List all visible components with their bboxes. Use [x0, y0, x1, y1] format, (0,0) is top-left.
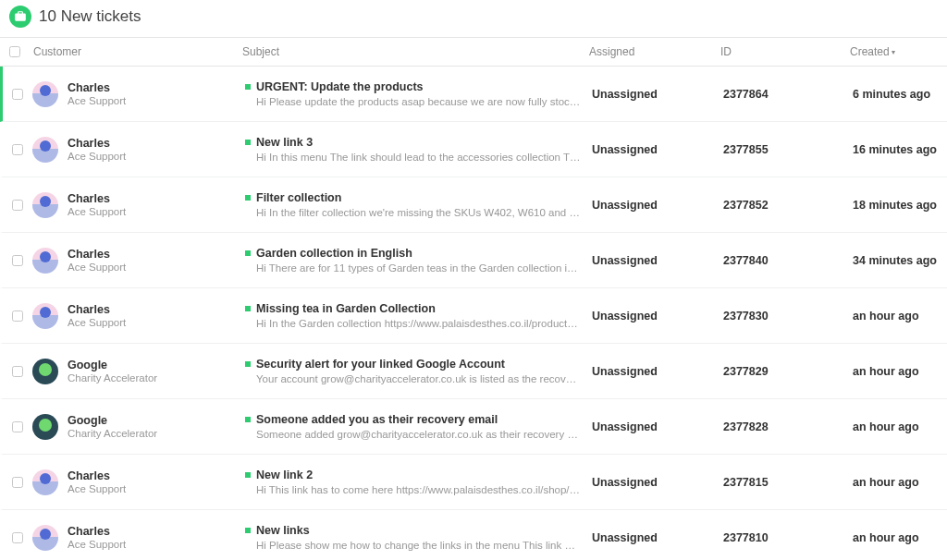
- id-cell: 2377828: [723, 420, 853, 433]
- customer-cell: Google Charity Accelerator: [32, 414, 245, 440]
- column-id[interactable]: ID: [720, 45, 850, 58]
- customer-name: Charles: [68, 192, 126, 205]
- column-created-label: Created: [850, 45, 890, 58]
- ticket-snippet: Your account grow@charityaccelerator.co.…: [256, 373, 581, 384]
- customer-name: Charles: [68, 137, 126, 150]
- assigned-cell: Unassigned: [592, 88, 723, 101]
- page-title: 10 New tickets: [39, 7, 141, 26]
- subject-cell: New links Hi Please show me how to chang…: [245, 524, 592, 551]
- created-cell: an hour ago: [853, 420, 947, 433]
- ticket-row[interactable]: Charles Ace Support Filter collection Hi…: [0, 177, 947, 233]
- column-created[interactable]: Created▾: [850, 45, 947, 58]
- customer-org: Charity Accelerator: [68, 372, 157, 383]
- customer-org: Ace Support: [68, 483, 126, 494]
- ticket-row[interactable]: Charles Ace Support URGENT: Update the p…: [0, 67, 947, 122]
- ticket-snippet: Someone added grow@charityaccelerator.co…: [256, 429, 581, 440]
- subject-cell: Garden collection in English Hi There ar…: [245, 247, 592, 274]
- column-customer[interactable]: Customer: [30, 45, 242, 58]
- ticket-row[interactable]: Google Charity Accelerator Security aler…: [0, 344, 947, 399]
- row-checkbox[interactable]: [12, 421, 23, 432]
- assigned-cell: Unassigned: [592, 254, 723, 267]
- row-checkbox[interactable]: [12, 477, 23, 488]
- customer-cell: Charles Ace Support: [32, 81, 245, 107]
- customer-cell: Charles Ace Support: [32, 469, 245, 495]
- avatar: [32, 248, 58, 274]
- id-cell: 2377840: [723, 254, 853, 267]
- ticket-subject: Someone added you as their recovery emai…: [256, 413, 498, 426]
- ticket-row[interactable]: Charles Ace Support Garden collection in…: [0, 233, 947, 288]
- status-dot-icon: [245, 250, 251, 256]
- subject-cell: Filter collection Hi In the filter colle…: [245, 191, 592, 218]
- created-cell: an hour ago: [853, 310, 947, 323]
- avatar: [32, 359, 58, 384]
- tickets-icon: [9, 6, 31, 28]
- created-cell: an hour ago: [853, 365, 947, 378]
- sort-desc-icon: ▾: [892, 48, 895, 56]
- customer-cell: Charles Ace Support: [32, 137, 245, 163]
- ticket-snippet: Hi In the filter collection we're missin…: [256, 207, 581, 218]
- assigned-cell: Unassigned: [592, 310, 723, 323]
- row-checkbox[interactable]: [12, 532, 23, 543]
- status-dot-icon: [245, 417, 251, 422]
- assigned-cell: Unassigned: [592, 143, 723, 156]
- row-checkbox[interactable]: [12, 255, 23, 266]
- row-checkbox[interactable]: [12, 200, 23, 211]
- customer-org: Ace Support: [68, 539, 126, 550]
- id-cell: 2377815: [723, 476, 853, 489]
- assigned-cell: Unassigned: [592, 199, 723, 212]
- customer-name: Google: [68, 359, 157, 371]
- assigned-cell: Unassigned: [592, 531, 723, 544]
- customer-org: Ace Support: [68, 262, 126, 273]
- ticket-snippet: Hi This link has to come here https://ww…: [256, 484, 581, 495]
- ticket-snippet: Hi Please show me how to change the link…: [256, 540, 581, 551]
- customer-org: Charity Accelerator: [68, 428, 157, 439]
- ticket-row[interactable]: Google Charity Accelerator Someone added…: [0, 399, 947, 455]
- subject-cell: Missing tea in Garden Collection Hi In t…: [245, 302, 592, 329]
- avatar: [32, 303, 58, 329]
- select-all-checkbox[interactable]: [9, 46, 20, 57]
- subject-cell: New link 3 Hi In this menu The link shou…: [245, 136, 592, 163]
- ticket-row[interactable]: Charles Ace Support New link 3 Hi In thi…: [0, 122, 947, 177]
- ticket-snippet: Hi In the Garden collection https://www.…: [256, 318, 581, 329]
- column-subject[interactable]: Subject: [242, 45, 589, 58]
- ticket-subject: Missing tea in Garden Collection: [256, 302, 436, 315]
- row-checkbox[interactable]: [12, 144, 23, 155]
- avatar: [32, 192, 58, 218]
- ticket-snippet: Hi Please update the products asap becau…: [256, 96, 581, 107]
- ticket-snippet: Hi There are for 11 types of Garden teas…: [256, 262, 581, 274]
- row-checkbox[interactable]: [12, 310, 23, 322]
- ticket-subject: New links: [256, 524, 310, 537]
- subject-cell: New link 2 Hi This link has to come here…: [245, 469, 592, 495]
- column-assigned[interactable]: Assigned: [589, 45, 720, 58]
- ticket-list: Charles Ace Support URGENT: Update the p…: [0, 67, 947, 560]
- ticket-subject: Garden collection in English: [256, 247, 412, 260]
- page-header: 10 New tickets: [0, 0, 947, 37]
- id-cell: 2377852: [723, 199, 853, 212]
- ticket-row[interactable]: Charles Ace Support Missing tea in Garde…: [0, 288, 947, 344]
- customer-cell: Google Charity Accelerator: [32, 359, 245, 384]
- subject-cell: Someone added you as their recovery emai…: [245, 413, 592, 440]
- customer-org: Ace Support: [68, 317, 126, 328]
- ticket-row[interactable]: Charles Ace Support New link 2 Hi This l…: [0, 455, 947, 510]
- ticket-subject: URGENT: Update the products: [256, 80, 424, 93]
- id-cell: 2377829: [723, 365, 853, 378]
- id-cell: 2377830: [723, 310, 853, 323]
- status-dot-icon: [245, 140, 251, 145]
- customer-name: Charles: [68, 469, 126, 482]
- id-cell: 2377855: [723, 143, 853, 156]
- ticket-row[interactable]: Charles Ace Support New links Hi Please …: [0, 510, 947, 560]
- row-checkbox[interactable]: [12, 89, 23, 100]
- created-cell: an hour ago: [853, 476, 947, 489]
- ticket-subject: New link 2: [256, 469, 313, 481]
- customer-cell: Charles Ace Support: [32, 248, 245, 274]
- status-dot-icon: [245, 195, 251, 201]
- customer-name: Google: [68, 414, 157, 427]
- avatar: [32, 525, 58, 551]
- row-checkbox[interactable]: [12, 366, 23, 377]
- customer-cell: Charles Ace Support: [32, 303, 245, 329]
- status-dot-icon: [245, 528, 251, 533]
- customer-name: Charles: [68, 303, 126, 316]
- assigned-cell: Unassigned: [592, 365, 723, 378]
- avatar: [32, 469, 58, 495]
- ticket-snippet: Hi In this menu The link should lead to …: [256, 152, 581, 163]
